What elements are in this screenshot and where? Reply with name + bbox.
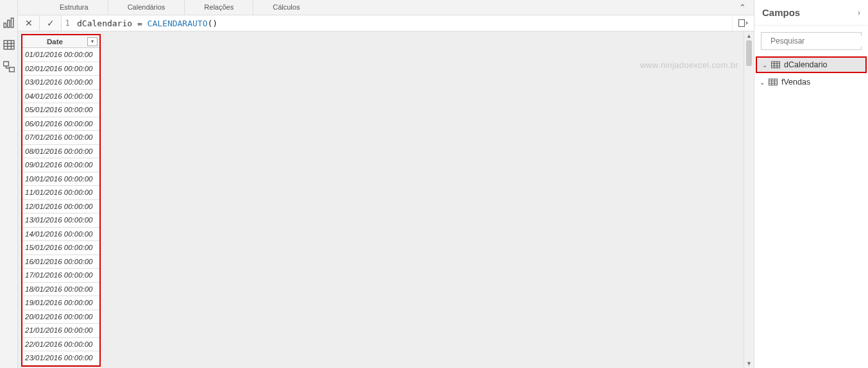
ribbon-group-estrutura[interactable]: Estrutura bbox=[18, 0, 108, 15]
column-header[interactable]: Date ▾ bbox=[22, 35, 99, 48]
ribbon-group-calculos[interactable]: Cálculos bbox=[253, 0, 319, 15]
svg-rect-0 bbox=[4, 23, 6, 28]
formula-args: () bbox=[208, 19, 218, 28]
fields-title: Campos bbox=[762, 7, 800, 18]
table-row[interactable]: 01/01/2016 00:00:00 bbox=[22, 48, 99, 62]
svg-rect-18 bbox=[769, 79, 777, 85]
svg-rect-10 bbox=[738, 20, 744, 27]
fields-search-box[interactable] bbox=[761, 32, 862, 50]
table-icon bbox=[771, 61, 780, 69]
data-table-highlighted: Date ▾ 01/01/2016 00:00:0002/01/2016 00:… bbox=[21, 34, 101, 367]
field-table-item[interactable]: ⌄fVendas bbox=[754, 73, 868, 91]
table-row[interactable]: 04/01/2016 00:00:00 bbox=[22, 90, 99, 104]
watermark-text: www.ninjadoexcel.com.br bbox=[640, 60, 738, 70]
formula-line-number: 1 bbox=[62, 15, 73, 31]
fields-panel: Campos › ⌄dCalendario⌄fVendas bbox=[754, 0, 868, 368]
formula-cancel-button[interactable]: ✕ bbox=[18, 15, 40, 31]
field-table-name: dCalendario bbox=[784, 60, 827, 69]
formula-commit-button[interactable]: ✓ bbox=[40, 15, 62, 31]
ribbon-tabs: Estrutura Calendários Relações Cálculos bbox=[18, 0, 754, 15]
formula-function: CALENDARAUTO bbox=[148, 19, 208, 28]
svg-rect-13 bbox=[771, 62, 779, 68]
table-row[interactable]: 08/01/2016 00:00:00 bbox=[22, 145, 99, 159]
svg-rect-9 bbox=[9, 67, 14, 72]
ribbon-group-relacoes[interactable]: Relações bbox=[184, 0, 253, 15]
fields-expand-icon[interactable]: › bbox=[858, 8, 860, 17]
scroll-down-arrow[interactable]: ▼ bbox=[744, 359, 754, 368]
table-row[interactable]: 19/01/2016 00:00:00 bbox=[22, 296, 99, 310]
table-row[interactable]: 22/01/2016 00:00:00 bbox=[22, 338, 99, 352]
view-rail bbox=[0, 0, 18, 368]
table-row[interactable]: 09/01/2016 00:00:00 bbox=[22, 158, 99, 172]
table-row[interactable]: 14/01/2016 00:00:00 bbox=[22, 228, 99, 242]
table-row[interactable]: 13/01/2016 00:00:00 bbox=[22, 213, 99, 228]
formula-expand-button[interactable] bbox=[732, 15, 754, 31]
ribbon-collapse-button[interactable] bbox=[731, 3, 754, 12]
data-canvas: www.ninjadoexcel.com.br ▲ ▼ Date ▾ 01/01… bbox=[18, 31, 754, 368]
table-row[interactable]: 16/01/2016 00:00:00 bbox=[22, 255, 99, 269]
column-name: Date bbox=[22, 38, 87, 46]
table-row[interactable]: 12/01/2016 00:00:00 bbox=[22, 200, 99, 214]
formula-prefix: dCalendario = bbox=[77, 19, 148, 28]
ribbon-group-calendarios[interactable]: Calendários bbox=[108, 0, 185, 15]
fields-header: Campos › bbox=[754, 0, 868, 26]
table-row[interactable]: 05/01/2016 00:00:00 bbox=[22, 103, 99, 117]
vertical-scrollbar[interactable]: ▲ ▼ bbox=[744, 31, 754, 368]
table-row[interactable]: 15/01/2016 00:00:00 bbox=[22, 241, 99, 255]
svg-rect-1 bbox=[7, 21, 9, 28]
table-row[interactable]: 11/01/2016 00:00:00 bbox=[22, 186, 99, 200]
chevron-down-icon: ⌄ bbox=[760, 79, 765, 86]
table-icon bbox=[769, 78, 778, 86]
scroll-up-arrow[interactable]: ▲ bbox=[744, 31, 754, 40]
fields-search-input[interactable] bbox=[769, 36, 868, 46]
table-row[interactable]: 02/01/2016 00:00:00 bbox=[22, 62, 99, 76]
table-row[interactable]: 21/01/2016 00:00:00 bbox=[22, 324, 99, 338]
report-view-icon[interactable] bbox=[3, 18, 15, 28]
scroll-thumb[interactable] bbox=[746, 40, 752, 66]
model-view-icon[interactable] bbox=[3, 62, 15, 72]
svg-rect-8 bbox=[3, 62, 8, 66]
formula-input[interactable]: dCalendario = CALENDARAUTO() bbox=[73, 15, 732, 31]
svg-rect-3 bbox=[4, 40, 14, 49]
column-filter-dropdown[interactable]: ▾ bbox=[87, 37, 98, 46]
svg-rect-2 bbox=[11, 18, 13, 28]
table-row[interactable]: 07/01/2016 00:00:00 bbox=[22, 131, 99, 145]
table-row[interactable]: 10/01/2016 00:00:00 bbox=[22, 172, 99, 187]
table-row[interactable]: 23/01/2016 00:00:00 bbox=[22, 351, 99, 365]
table-row[interactable]: 18/01/2016 00:00:00 bbox=[22, 283, 99, 297]
field-table-item[interactable]: ⌄dCalendario bbox=[756, 56, 867, 73]
chevron-down-icon: ⌄ bbox=[762, 62, 767, 69]
table-row[interactable]: 17/01/2016 00:00:00 bbox=[22, 269, 99, 283]
data-view-icon[interactable] bbox=[3, 40, 15, 50]
table-row[interactable]: 20/01/2016 00:00:00 bbox=[22, 310, 99, 324]
table-row[interactable]: 03/01/2016 00:00:00 bbox=[22, 76, 99, 90]
formula-bar: ✕ ✓ 1 dCalendario = CALENDARAUTO() bbox=[18, 15, 754, 31]
table-row[interactable]: 06/01/2016 00:00:00 bbox=[22, 117, 99, 131]
field-table-name: fVendas bbox=[781, 78, 810, 87]
